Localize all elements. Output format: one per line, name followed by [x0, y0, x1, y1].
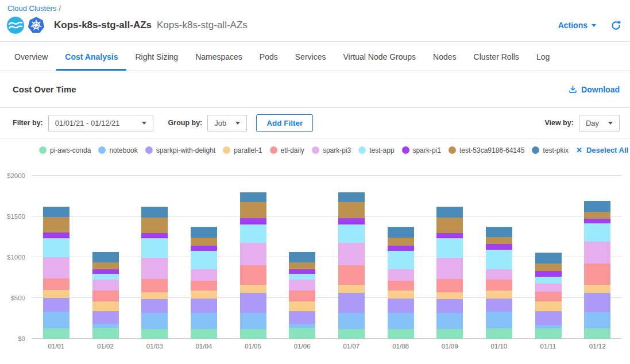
bar-segment-sparkpi-with-delight — [584, 293, 610, 312]
legend-item-spark-pi1[interactable]: spark-pi1 — [402, 146, 441, 154]
bar-segment-etl-daily — [584, 264, 610, 285]
bar-segment-test-pkix — [191, 227, 217, 238]
legend-item-spark-pi3[interactable]: spark-pi3 — [312, 146, 351, 154]
tab-services[interactable]: Services — [287, 42, 335, 71]
bar-group-01-06 — [277, 176, 327, 339]
deselect-all-label: Deselect All — [586, 146, 628, 154]
bar-segment-test-app — [191, 251, 217, 269]
page-title: Kops-k8s-stg-all-AZs — [54, 20, 152, 31]
legend-item-etl-daily[interactable]: etl-daily — [270, 146, 304, 154]
bar-segment-test-app — [486, 250, 512, 269]
tabs: OverviewCost AnalysisRight SizingNamespa… — [0, 42, 630, 71]
legend-item-test-app[interactable]: test-app — [358, 146, 394, 154]
bar-segment-spark-pi1 — [240, 218, 266, 224]
legend-item-test-pkix[interactable]: test-pkix — [532, 146, 569, 154]
bars-area — [32, 176, 622, 339]
tab-log[interactable]: Log — [528, 42, 558, 71]
bar-segment-notebook — [43, 312, 69, 328]
y-axis-tick-label: $1000 — [0, 254, 25, 261]
bar-segment-parallel-1 — [584, 285, 610, 293]
chevron-down-icon — [592, 24, 596, 27]
bar-group-01-01 — [32, 176, 81, 339]
bar-segment-test-pkix — [338, 192, 365, 202]
bar-segment-parallel-1 — [289, 301, 315, 311]
bar-segment-etl-daily — [388, 281, 414, 291]
bar-segment-sparkpi-with-delight — [289, 311, 315, 324]
bar-segment-spark-pi3 — [388, 269, 414, 281]
deselect-all-button[interactable]: ✕ Deselect All — [576, 146, 628, 154]
tab-cost-analysis[interactable]: Cost Analysis — [56, 42, 126, 71]
bar-segment-pi-aws-conda — [486, 328, 512, 339]
bar-stack — [191, 227, 217, 339]
view-by-value: Day — [586, 119, 599, 127]
legend-dot-icon — [39, 146, 47, 154]
x-axis-tick-label: 01/08 — [376, 343, 426, 350]
legend-label: test-pkix — [543, 146, 569, 154]
bar-segment-test-app — [289, 274, 315, 280]
bar-segment-spark-pi1 — [535, 271, 562, 277]
legend-item-test-53ca9186-64145[interactable]: test-53ca9186-64145 — [449, 146, 524, 154]
bar-segment-parallel-1 — [191, 291, 217, 299]
y-axis-tick-label: $500 — [0, 295, 25, 301]
download-button[interactable]: Download — [569, 85, 620, 94]
tab-namespaces[interactable]: Namespaces — [187, 42, 251, 71]
bar-stack — [43, 207, 69, 339]
chevron-down-icon — [608, 122, 613, 125]
bar-segment-test-53ca9186-64145 — [43, 217, 69, 233]
bar-segment-sparkpi-with-delight — [388, 299, 414, 313]
refresh-icon[interactable] — [611, 21, 621, 30]
tab-right-sizing[interactable]: Right Sizing — [126, 42, 187, 71]
bar-segment-spark-pi1 — [141, 233, 168, 239]
bar-segment-test-pkix — [535, 253, 562, 264]
bar-segment-parallel-1 — [486, 291, 512, 299]
legend-item-sparkpi-with-delight[interactable]: sparkpi-with-delight — [145, 146, 215, 154]
tab-overview[interactable]: Overview — [6, 42, 56, 71]
page-subtitle: Kops-k8s-stg-all-AZs — [157, 20, 248, 31]
chart-plot: $0$500$1000$1500$2000 — [32, 176, 622, 339]
filter-by-label: Filter by: — [13, 119, 43, 127]
bar-segment-test-53ca9186-64145 — [92, 262, 119, 269]
download-icon — [569, 85, 577, 94]
ocean-logo-icon — [7, 17, 24, 34]
bar-segment-test-app — [388, 251, 414, 269]
x-axis-tick-label: 01/04 — [179, 343, 229, 350]
legend-label: parallel-1 — [234, 146, 262, 154]
bar-segment-test-pkix — [141, 207, 168, 218]
bar-stack — [436, 207, 463, 339]
bar-segment-pi-aws-conda — [43, 328, 69, 339]
bar-segment-spark-pi3 — [191, 269, 217, 281]
bar-segment-spark-pi3 — [92, 280, 119, 291]
legend-item-parallel-1[interactable]: parallel-1 — [223, 146, 262, 154]
view-by-select[interactable]: Day — [579, 115, 620, 131]
legend-item-pi-aws-conda[interactable]: pi-aws-conda — [39, 146, 91, 154]
chart-legend: pi-aws-condanotebooksparkpi-with-delight… — [0, 146, 630, 154]
add-filter-button[interactable]: Add Filter — [256, 114, 313, 132]
date-range-select[interactable]: 01/01/21 - 01/12/21 — [48, 115, 153, 131]
bar-segment-spark-pi3 — [486, 269, 512, 280]
actions-button[interactable]: Actions — [558, 21, 596, 30]
bar-group-01-10 — [474, 176, 524, 339]
bar-segment-test-pkix — [486, 227, 512, 238]
bar-segment-parallel-1 — [43, 290, 69, 298]
legend-dot-icon — [223, 146, 230, 154]
breadcrumb-link-cloud-clusters[interactable]: Cloud Clusters — [7, 4, 56, 13]
tab-nodes[interactable]: Nodes — [424, 42, 465, 71]
bar-segment-etl-daily — [141, 279, 168, 292]
date-range-value: 01/01/21 - 01/12/21 — [55, 119, 120, 127]
group-by-select[interactable]: Job — [207, 115, 247, 131]
bar-segment-pi-aws-conda — [240, 329, 266, 339]
bar-segment-test-app — [436, 238, 463, 257]
bar-segment-spark-pi3 — [289, 280, 315, 291]
legend-label: notebook — [109, 146, 137, 154]
bar-group-01-07 — [327, 176, 376, 339]
tab-pods[interactable]: Pods — [251, 42, 287, 71]
legend-item-notebook[interactable]: notebook — [98, 146, 137, 154]
tab-cluster-rolls[interactable]: Cluster Rolls — [465, 42, 528, 71]
legend-dot-icon — [312, 146, 319, 154]
tab-virtual-node-groups[interactable]: Virtual Node Groups — [334, 42, 424, 71]
bar-segment-sparkpi-with-delight — [240, 293, 266, 313]
bar-group-01-02 — [81, 176, 130, 339]
bar-segment-notebook — [191, 313, 217, 329]
bar-segment-spark-pi1 — [289, 269, 315, 274]
close-icon: ✕ — [576, 146, 582, 154]
